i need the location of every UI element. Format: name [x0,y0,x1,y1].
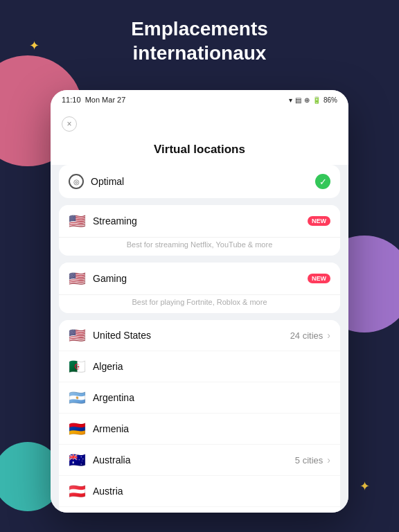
country-flag: 🇦🇹 [69,484,86,498]
device-mockup: 11:10 Mon Mar 27 ▾ ▤ ⊕ 🔋 86% × Virtual l… [51,90,348,513]
optimal-section: ◎ Optimal ✓ [59,165,340,198]
streaming-section: 🇺🇸 Streaming New Best for streaming Netf… [59,205,340,256]
status-icons: ▾ ▤ ⊕ 🔋 86% [289,96,337,104]
vpn-icon: ⊕ [304,96,310,104]
cities-count: 5 cities [295,455,323,466]
gaming-right: New [308,274,330,283]
app-content: × Virtual locations ◎ Optimal ✓ 🇺🇸 Strea… [51,109,348,513]
streaming-right: New [308,216,330,226]
checkmark-icon: ✓ [315,174,330,189]
wifi-icon: ▾ [289,96,292,104]
country-item[interactable]: 🇦🇿Azerbaijan [59,507,340,513]
country-name: Armenia [93,423,330,434]
country-item[interactable]: 🇦🇺Australia5 cities› [59,445,340,476]
chevron-right-icon: › [327,330,330,341]
country-flag: 🇦🇷 [69,391,86,405]
close-button[interactable]: × [62,116,77,132]
country-name: Algeria [93,361,330,372]
country-flag: 🇺🇸 [69,328,86,342]
streaming-sub: Best for streaming Netflix, YouTube & mo… [59,238,340,256]
cities-count: 24 cities [290,330,323,341]
countries-section: 🇺🇸United States24 cities›🇩🇿Algeria🇦🇷Arge… [59,320,340,513]
optimal-item[interactable]: ◎ Optimal ✓ [59,165,340,198]
optimal-label: Optimal [91,176,315,187]
streaming-item[interactable]: 🇺🇸 Streaming New [59,205,340,238]
country-item[interactable]: 🇦🇲Armenia [59,414,340,445]
country-name: United States [93,330,290,341]
page-heading: Emplacements internationaux [0,17,399,65]
country-cities-right: 5 cities› [295,454,330,466]
country-item[interactable]: 🇺🇸United States24 cities› [59,320,340,351]
country-item[interactable]: 🇦🇹Austria [59,476,340,507]
battery-icon: 🔋 [312,96,321,104]
country-name: Argentina [93,392,330,403]
country-cities-right: 24 cities› [290,330,330,341]
optimal-right: ✓ [315,174,330,189]
country-flag: 🇦🇲 [69,422,86,436]
streaming-label: Streaming [93,215,308,227]
country-item[interactable]: 🇦🇷Argentina [59,382,340,414]
country-flag: 🇩🇿 [69,360,86,373]
optimal-icon: ◎ [69,174,84,189]
country-name: Austria [93,486,330,497]
streaming-flag: 🇺🇸 [69,214,86,228]
signal-icon: ▤ [295,96,301,104]
gaming-section: 🇺🇸 Gaming New Best for playing Fortnite,… [59,263,340,313]
gaming-label: Gaming [93,273,308,284]
chevron-right-icon: › [327,454,330,466]
gaming-item[interactable]: 🇺🇸 Gaming New [59,263,340,295]
battery-level: 86% [323,96,337,104]
gaming-badge: New [308,274,330,283]
streaming-badge: New [308,216,330,226]
gaming-sub: Best for playing Fortnite, Roblox & more [59,295,340,313]
virtual-locations-title: Virtual locations [51,136,348,165]
gaming-flag: 🇺🇸 [69,272,86,285]
status-bar: 11:10 Mon Mar 27 ▾ ▤ ⊕ 🔋 86% [51,90,348,109]
sparkle-bottom-right: ✦ [360,479,370,494]
top-bar: × [51,109,348,136]
country-name: Australia [93,454,295,466]
country-item[interactable]: 🇩🇿Algeria [59,351,340,382]
country-flag: 🇦🇺 [69,453,86,467]
status-time-date: 11:10 Mon Mar 27 [62,96,125,104]
